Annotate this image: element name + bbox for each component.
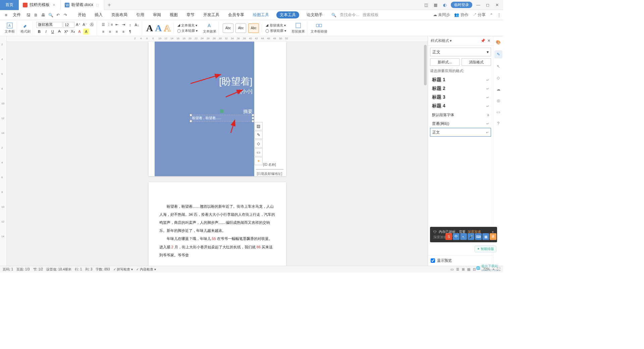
status-pages[interactable]: 页面: 1/3: [16, 267, 30, 272]
list-number-icon[interactable]: ⋮≡: [107, 22, 113, 28]
show-preview-checkbox[interactable]: [431, 258, 435, 263]
tab-menu-icon[interactable]: □: [95, 3, 100, 7]
vertical-scrollbar[interactable]: [423, 42, 428, 266]
tab-template[interactable]: 找稻壳模板 ×: [19, 0, 61, 10]
resize-handle-e[interactable]: [252, 117, 254, 119]
menu-review[interactable]: 审阅: [152, 11, 162, 18]
wordart-gallery[interactable]: A A A: [144, 23, 174, 34]
menu-insert[interactable]: 插入: [93, 11, 104, 18]
vbar-location-icon[interactable]: ◎: [495, 97, 502, 104]
ribbon-shape-effect[interactable]: 形状效果: [289, 21, 307, 36]
underline-button[interactable]: U: [50, 29, 56, 35]
ime-s-icon[interactable]: S: [445, 233, 452, 240]
linespace-icon[interactable]: ↕: [127, 22, 133, 28]
save-icon[interactable]: 🖫: [25, 12, 32, 18]
ribbon-textbox-link[interactable]: 文本框链接: [309, 21, 329, 36]
menu-file[interactable]: 文件: [11, 12, 23, 18]
menu-thesis[interactable]: 论文助手: [305, 11, 324, 18]
hamburger-icon[interactable]: ≡: [2, 13, 10, 17]
shape-style-3[interactable]: Abc: [248, 23, 259, 33]
rotate-handle[interactable]: [220, 109, 224, 113]
ime-grid-icon[interactable]: ▦: [482, 233, 489, 240]
text-fill-button[interactable]: ◢ 文本填充 ▾: [177, 23, 198, 28]
menu-view[interactable]: 视图: [168, 11, 179, 18]
status-spellcheck[interactable]: ✓ 拼写检查 ▾: [113, 267, 133, 272]
vbar-palette-icon[interactable]: 🎨: [495, 39, 502, 46]
status-col[interactable]: 列: 3: [85, 267, 92, 272]
indent-inc-icon[interactable]: ⇥: [120, 22, 126, 28]
menu-vip[interactable]: 会员专享: [227, 11, 246, 18]
cover-title[interactable]: [盼望着]: [219, 75, 253, 88]
tab-close-icon[interactable]: ×: [52, 3, 56, 7]
text-outline-button[interactable]: ◯ 文本轮廓 ▾: [177, 29, 198, 33]
menu-chapter[interactable]: 章节: [185, 11, 196, 18]
align-right-icon[interactable]: ≡: [114, 29, 120, 35]
vbar-shape-icon[interactable]: ◇: [495, 74, 502, 81]
bold-button[interactable]: B: [36, 29, 42, 35]
redo-icon[interactable]: ↷: [62, 12, 68, 18]
tab-home[interactable]: 首页: [0, 0, 19, 10]
ime-speed-icon[interactable]: 速: [490, 233, 496, 240]
login-badge[interactable]: 临时登录: [451, 2, 472, 8]
view-outline-icon[interactable]: ☰: [456, 267, 459, 271]
print-icon[interactable]: 🖶: [40, 12, 46, 18]
style-heading-1[interactable]: 标题 1↵: [430, 76, 491, 84]
list-bullet-icon[interactable]: ☰: [100, 22, 106, 28]
status-words[interactable]: 字数: 893: [96, 267, 110, 272]
font-size-select[interactable]: 12: [63, 22, 74, 28]
wordart-orange[interactable]: A: [164, 23, 170, 34]
scrollbar-thumb[interactable]: [424, 45, 427, 85]
close-button[interactable]: ✕: [494, 2, 500, 8]
ime-mic-icon[interactable]: 🎤: [468, 233, 474, 240]
user-icon[interactable]: ◐: [441, 2, 448, 8]
menu-start[interactable]: 开始: [76, 11, 87, 18]
ime-kb-icon[interactable]: ⌨: [475, 233, 482, 240]
resize-handle-sw[interactable]: [190, 120, 192, 122]
clear-format-icon[interactable]: Ⓐ: [89, 22, 95, 28]
chevron-up-icon[interactable]: ⌃: [490, 13, 493, 17]
subscript-button[interactable]: X₂: [70, 29, 76, 35]
style-default-font[interactable]: 默认段落字体a: [430, 110, 491, 119]
font-color-button[interactable]: A: [76, 29, 83, 35]
minimize-button[interactable]: —: [475, 2, 482, 8]
search-template[interactable]: 搜索模板: [363, 12, 379, 18]
menu-layout[interactable]: 页面布局: [110, 11, 129, 18]
align-center-icon[interactable]: ≡: [107, 29, 113, 35]
collab-button[interactable]: 👥 协作: [454, 12, 468, 18]
status-pageno[interactable]: 页码: 1: [3, 267, 13, 272]
crop-icon[interactable]: ▭: [255, 148, 263, 156]
edit-icon[interactable]: ✎: [255, 131, 263, 139]
zoom-fit-icon[interactable]: ⊡: [473, 267, 476, 271]
view-read-icon[interactable]: ▤: [467, 267, 470, 271]
maximize-button[interactable]: ◻: [484, 2, 491, 8]
vbar-styles-icon[interactable]: ✎: [494, 50, 502, 58]
paragraph-1[interactable]: 盼望着，盼望着……翘首以盼的新年近了。街市上车水马龙，人山人海，好不热闹。34 …: [159, 202, 275, 235]
shape-style-1[interactable]: Abc: [223, 23, 233, 33]
style-heading-3[interactable]: 标题 3↵: [430, 93, 491, 102]
fill-icon[interactable]: ◇: [255, 140, 263, 148]
resize-handle-ne[interactable]: [252, 114, 254, 116]
paragraph-2[interactable]: 年味儿在哪里？哦，年味儿 55 在爷爷一幅幅笔墨飘香的对联里。进入腊 2 月，街…: [159, 235, 275, 259]
italic-button[interactable]: I: [43, 29, 49, 35]
preview-icon[interactable]: 🔍: [48, 12, 54, 18]
ribbon-text-effect[interactable]: A文本效果: [201, 21, 219, 36]
shape-fill-button[interactable]: ◢ 形状填充 ▾: [265, 23, 286, 28]
tab-add-button[interactable]: +: [104, 2, 114, 8]
vbar-help-icon[interactable]: ?: [495, 120, 502, 127]
ime-punct-icon[interactable]: •,: [460, 233, 467, 240]
status-position[interactable]: 设置值: 18.4厘米: [46, 267, 71, 272]
style-heading-2[interactable]: 标题 2↵: [430, 84, 491, 93]
grid-icon[interactable]: ▦: [432, 2, 439, 8]
wordart-blue[interactable]: A: [155, 23, 162, 34]
pages-container[interactable]: [盼望着] [小小] 摘要 盼望着，盼望着...... ▤ ✎ ◇ ▭: [7, 42, 428, 266]
vbar-book-icon[interactable]: ▭: [495, 109, 502, 115]
vbar-cloud-icon[interactable]: ☁: [495, 86, 502, 93]
status-section[interactable]: 节: 1/2: [33, 267, 43, 272]
align-left-icon[interactable]: ≡: [100, 29, 106, 35]
sync-status[interactable]: ☁ 未同步: [433, 12, 450, 18]
new-style-button[interactable]: 新样式...: [430, 58, 460, 66]
menu-reference[interactable]: 引用: [135, 11, 146, 18]
layout-options-icon[interactable]: ▤: [255, 122, 263, 130]
more-icon[interactable]: ⋮: [497, 13, 501, 17]
sort-icon[interactable]: A↓: [134, 22, 140, 28]
